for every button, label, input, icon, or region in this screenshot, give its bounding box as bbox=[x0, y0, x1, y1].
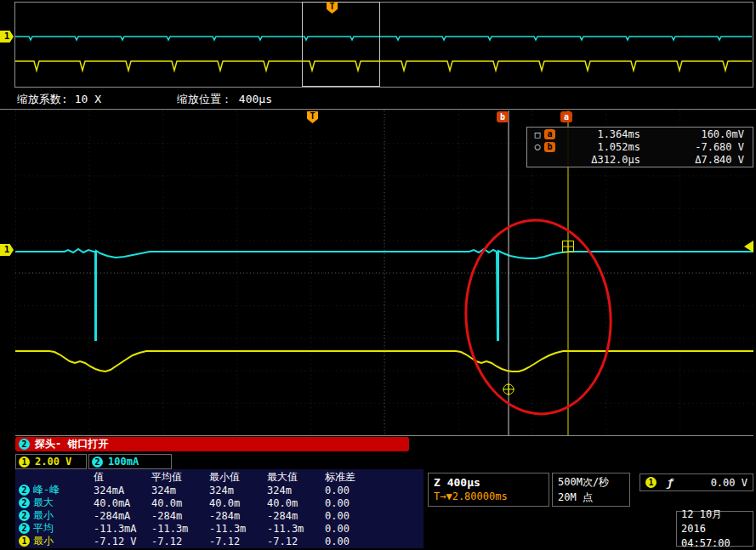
ch1-scale-value: 2.00 V bbox=[35, 456, 71, 468]
measurement-mean: -7.12 bbox=[151, 536, 209, 547]
cursor-a-value: 160.0mV bbox=[640, 128, 753, 140]
measurement-max: 324m bbox=[267, 485, 325, 496]
cursor-readout-panel: □ a 1.364ms 160.0mV ○ b 1.052ms -7.680 V… bbox=[526, 127, 753, 167]
acquisition-box: 500M次/秒 20M 点 bbox=[552, 473, 630, 507]
timebase-box: Z 400µs T→▼2.80000ms bbox=[428, 473, 549, 507]
rising-edge-icon: ƒ bbox=[667, 476, 674, 489]
ch2-badge: 2 bbox=[92, 456, 103, 468]
ch2-scale-value: 100mA bbox=[108, 456, 139, 468]
ch2-badge: 2 bbox=[19, 439, 30, 450]
probe-alert-banner: 2 探头- 钳口打开 bbox=[15, 437, 409, 451]
cursor-b-badge: b bbox=[544, 142, 555, 152]
measurement-stddev: 0.00 bbox=[325, 536, 383, 547]
zoom-window[interactable] bbox=[302, 2, 380, 87]
measurement-row: 2峰-峰 324mA 324m 324m 324m 0.00 bbox=[15, 483, 423, 496]
probe-alert-text: 探头- 钳口打开 bbox=[35, 437, 108, 451]
measurement-max: -11.3m bbox=[267, 523, 325, 535]
ch2-badge: 2 bbox=[19, 523, 30, 534]
measurement-mean: 324m bbox=[151, 485, 209, 496]
ch2-badge: 2 bbox=[19, 485, 30, 496]
ch1-scale[interactable]: 1 2.00 V bbox=[15, 454, 87, 469]
record-length-label: 20M 点 bbox=[553, 489, 629, 504]
trigger-source-badge: 1 bbox=[645, 477, 657, 488]
measurement-min: -11.3m bbox=[209, 523, 267, 535]
col-header: 值 bbox=[94, 470, 151, 485]
measurement-row: 2平均 -11.3mA -11.3m -11.3m -11.3m 0.00 bbox=[15, 521, 423, 534]
measurements-table: 值 平均值 最小值 最大值 标准差 2峰-峰 324mA 324m 324m 3… bbox=[15, 469, 423, 548]
measurement-value: 40.0mA bbox=[94, 497, 151, 509]
trigger-status-box: 1 ƒ 0.00 V bbox=[639, 473, 753, 491]
cursor-b-shape-icon: ○ bbox=[531, 141, 544, 152]
zoom-factor-label: 缩放系数: 10 X bbox=[17, 92, 101, 107]
measurement-max: 40.0m bbox=[267, 497, 325, 509]
cursor-delta-value: Δ7.840 V bbox=[640, 154, 753, 166]
overview-waveforms bbox=[15, 3, 752, 86]
measurement-min: -7.12 bbox=[209, 536, 267, 547]
cursor-a-shape-icon: □ bbox=[531, 129, 544, 140]
measurement-stddev: 0.00 bbox=[325, 485, 383, 496]
cursor-delta-row: Δ312.0µs Δ7.840 V bbox=[527, 154, 753, 166]
measurement-stddev: 0.00 bbox=[325, 523, 383, 535]
timebase-zoom-label: Z 400µs bbox=[429, 473, 549, 489]
measurement-min: 324m bbox=[209, 485, 267, 496]
oscilloscope-screen: T 1 缩放系数: 10 X 缩放位置： 400µs bbox=[0, 0, 756, 550]
overview-ch1-trace bbox=[15, 61, 752, 71]
measurement-value: -11.3mA bbox=[94, 523, 151, 535]
overview-ch2-trace bbox=[15, 37, 752, 40]
overview-ch1-marker-icon[interactable]: 1 bbox=[0, 31, 14, 43]
sample-rate-label: 500M次/秒 bbox=[553, 473, 629, 489]
cursor-b-row: ○ b 1.052ms -7.680 V bbox=[527, 141, 753, 153]
cursor-delta-time: Δ312.0µs bbox=[555, 154, 640, 166]
zoom-position-label: 缩放位置： 400µs bbox=[177, 92, 272, 107]
col-header: 平均值 bbox=[151, 470, 209, 485]
measurement-stddev: 0.00 bbox=[325, 510, 383, 522]
measurement-value: 324mA bbox=[94, 485, 151, 496]
measurement-row: 2最小 -284mA -284m -284m -284m 0.00 bbox=[15, 508, 423, 521]
measurement-max: -7.12 bbox=[267, 536, 325, 547]
datetime-box: 12 10月 2016 04:57:00 bbox=[676, 511, 753, 547]
measurement-row: 2最大 40.0mA 40.0m 40.0m 40.0m 0.00 bbox=[15, 496, 423, 508]
ch1-badge: 1 bbox=[19, 536, 30, 547]
ch1-badge: 1 bbox=[19, 456, 30, 468]
trigger-delay-label: T→▼2.80000ms bbox=[429, 489, 549, 502]
cursor-b-time: 1.052ms bbox=[555, 141, 640, 153]
col-header: 标准差 bbox=[325, 470, 383, 485]
measurement-row: 1最小 -7.12 V -7.12 -7.12 -7.12 0.00 bbox=[15, 534, 423, 547]
cursor-a-time: 1.364ms bbox=[555, 128, 640, 140]
measurement-min: -284m bbox=[209, 510, 267, 522]
zoom-bar: 缩放系数: 10 X 缩放位置： 400µs bbox=[0, 88, 756, 110]
col-header: 最小值 bbox=[209, 470, 267, 485]
measurement-name: 最小 bbox=[33, 534, 54, 548]
date-label: 12 10月 2016 bbox=[681, 507, 753, 536]
trigger-level-arrow-icon[interactable] bbox=[744, 241, 753, 252]
measurement-mean: -284m bbox=[151, 510, 209, 522]
trigger-level-value: 0.00 V bbox=[674, 477, 747, 489]
measurement-mean: 40.0m bbox=[151, 497, 209, 509]
cursor-b-flag[interactable]: b bbox=[497, 111, 509, 122]
ch2-badge: 2 bbox=[19, 510, 30, 521]
measurement-stddev: 0.00 bbox=[325, 497, 383, 509]
cursor-a-badge: a bbox=[544, 129, 555, 139]
ch2-badge: 2 bbox=[19, 497, 30, 508]
measurement-value: -7.12 V bbox=[94, 536, 151, 547]
col-header: 最大值 bbox=[267, 470, 325, 485]
ch1-ground-marker-icon[interactable]: 1 bbox=[0, 244, 14, 256]
cursor-a-row: □ a 1.364ms 160.0mV bbox=[527, 128, 753, 140]
measurements-header-row: 值 平均值 最小值 最大值 标准差 bbox=[15, 470, 423, 483]
ch2-scale[interactable]: 2 100mA bbox=[88, 454, 172, 469]
measurement-mean: -11.3m bbox=[151, 523, 209, 535]
measurement-max: -284m bbox=[267, 510, 325, 522]
measurement-min: 40.0m bbox=[209, 497, 267, 509]
cursor-a-flag[interactable]: a bbox=[560, 111, 572, 122]
time-label: 04:57:00 bbox=[681, 536, 753, 550]
measurement-value: -284mA bbox=[94, 510, 151, 522]
spacer bbox=[544, 155, 555, 165]
cursor-b-value: -7.680 V bbox=[640, 141, 753, 153]
